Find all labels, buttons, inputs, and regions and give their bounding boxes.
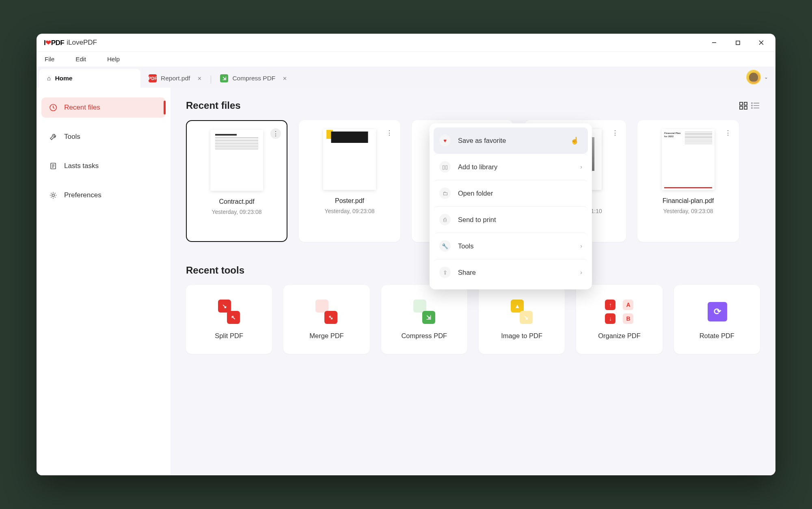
- svg-rect-10: [744, 106, 747, 109]
- sidebar-item-tools[interactable]: Tools: [41, 127, 166, 147]
- tool-rotate-pdf[interactable]: ⟳ Rotate PDF: [674, 285, 760, 354]
- titlebar: I❤PDF iLovePDF: [37, 34, 775, 52]
- svg-rect-1: [736, 41, 740, 45]
- print-icon: ⎙: [439, 214, 451, 225]
- split-icon: ↘↖: [215, 300, 243, 324]
- tab-label: Home: [55, 75, 72, 82]
- ctx-share[interactable]: ⇪ Share ›: [434, 259, 588, 285]
- chevron-down-icon: ⌄: [764, 74, 768, 80]
- merge-icon: ⤡: [312, 300, 341, 324]
- ctx-label: Save as favorite: [458, 137, 506, 145]
- svg-rect-9: [740, 106, 743, 109]
- tool-label: Image to PDF: [501, 332, 542, 340]
- account-menu[interactable]: ⌄: [746, 70, 768, 84]
- sidebar-item-preferences[interactable]: Preferences: [41, 185, 166, 205]
- tool-compress-pdf[interactable]: ⇲ Compress PDF: [381, 285, 467, 354]
- window-controls: [702, 34, 773, 52]
- gear-icon: [49, 191, 58, 200]
- cursor-icon: ☝: [570, 136, 579, 145]
- close-button[interactable]: [749, 34, 773, 52]
- compress-tool-icon: ⇲: [410, 300, 438, 324]
- file-name: Financial-plan.pdf: [663, 197, 714, 205]
- tab-report[interactable]: PDF Report.pdf ✕: [140, 69, 210, 88]
- tool-merge-pdf[interactable]: ⤡ Merge PDF: [283, 285, 369, 354]
- sidebar-item-label: Lasts tasks: [64, 162, 99, 170]
- tool-label: Compress PDF: [401, 332, 447, 340]
- file-date: Yesterday, 09:23:08: [212, 209, 262, 215]
- file-name: Contract.pdf: [219, 198, 254, 205]
- file-thumbnail: [323, 129, 376, 190]
- sidebar-item-label: Recent files: [64, 104, 100, 112]
- file-card[interactable]: ⋮ Poster.pdf Yesterday, 09:23:08: [299, 120, 400, 242]
- ctx-save-favorite[interactable]: ♥ Save as favorite ☝: [434, 127, 588, 153]
- file-more-button[interactable]: ⋮: [384, 127, 395, 138]
- tool-image-to-pdf[interactable]: ▲↘ Image to PDF: [479, 285, 565, 354]
- menu-edit[interactable]: Edit: [76, 56, 86, 63]
- clock-icon: [49, 103, 58, 112]
- file-more-button[interactable]: ⋮: [610, 127, 620, 138]
- tool-label: Organize PDF: [598, 332, 641, 340]
- sidebar-item-recent-files[interactable]: Recent files: [41, 97, 166, 118]
- ctx-add-library[interactable]: ▯▯ Add to library ›: [434, 153, 588, 180]
- file-card[interactable]: ⋮ Contract.pdf Yesterday, 09:23:08: [186, 120, 287, 242]
- svg-point-6: [52, 194, 54, 196]
- menu-help[interactable]: Help: [107, 56, 120, 63]
- file-more-button[interactable]: ⋮: [270, 128, 281, 139]
- tool-organize-pdf[interactable]: ↑A↓B Organize PDF: [576, 285, 662, 354]
- task-icon: [49, 162, 58, 170]
- ctx-tools[interactable]: 🔧 Tools ›: [434, 233, 588, 259]
- list-view-button[interactable]: [751, 101, 760, 110]
- tab-separator: [211, 75, 211, 84]
- svg-rect-7: [740, 102, 743, 105]
- sidebar-item-lasts-tasks[interactable]: Lasts tasks: [41, 156, 166, 176]
- recent-tools-grid: ↘↖ Split PDF ⤡ Merge PDF ⇲ Compress PDF …: [186, 285, 760, 354]
- svg-rect-8: [744, 102, 747, 105]
- view-toggle: [739, 101, 760, 110]
- sidebar-item-label: Tools: [64, 133, 80, 141]
- ctx-label: Add to library: [458, 163, 497, 171]
- tab-close-button[interactable]: ✕: [197, 75, 202, 82]
- file-thumbnail: [210, 130, 263, 191]
- tab-close-button[interactable]: ✕: [283, 75, 287, 82]
- app-name: iLovePDF: [67, 39, 97, 47]
- app-window: I❤PDF iLovePDF File Edit Help ⌂ Home PDF…: [37, 34, 775, 475]
- tab-home[interactable]: ⌂ Home: [39, 69, 140, 88]
- organize-icon: ↑A↓B: [605, 300, 633, 324]
- tab-compress[interactable]: ⇲ Compress PDF ✕: [212, 69, 295, 88]
- maximize-button[interactable]: [726, 34, 749, 52]
- sidebar: Recent files Tools Lasts tasks Preferenc…: [37, 88, 171, 475]
- compress-icon: ⇲: [220, 74, 228, 82]
- minimize-button[interactable]: [702, 34, 726, 52]
- section-title-recent-files: Recent files: [186, 100, 241, 111]
- tool-label: Rotate PDF: [700, 332, 734, 340]
- heart-icon: ♥: [439, 135, 451, 146]
- ctx-send-print[interactable]: ⎙ Send to print: [434, 206, 588, 233]
- sidebar-item-label: Preferences: [64, 191, 102, 199]
- ctx-label: Send to print: [458, 216, 496, 224]
- ctx-open-folder[interactable]: 🗀 Open folder: [434, 180, 588, 206]
- file-card[interactable]: ⋮ Financial Plan for 2022 Financial-plan…: [637, 120, 739, 242]
- tool-split-pdf[interactable]: ↘↖ Split PDF: [186, 285, 272, 354]
- tabbar: ⌂ Home PDF Report.pdf ✕ ⇲ Compress PDF ✕…: [37, 67, 775, 88]
- svg-point-16: [752, 108, 752, 108]
- wrench-icon: 🔧: [439, 240, 451, 252]
- folder-icon: 🗀: [439, 188, 451, 199]
- svg-point-14: [752, 103, 752, 104]
- chevron-right-icon: ›: [580, 269, 582, 276]
- pdf-icon: PDF: [149, 74, 157, 82]
- menu-file[interactable]: File: [45, 56, 54, 63]
- svg-point-15: [752, 105, 752, 106]
- file-name: Poster.pdf: [335, 197, 364, 205]
- ctx-label: Tools: [458, 242, 474, 250]
- file-date: Yesterday, 09:23:08: [663, 208, 713, 214]
- tool-label: Merge PDF: [309, 332, 343, 340]
- rotate-icon: ⟳: [703, 300, 731, 324]
- share-icon: ⇪: [439, 267, 451, 278]
- ctx-label: Open folder: [458, 190, 493, 197]
- chevron-right-icon: ›: [580, 164, 582, 170]
- tab-label: Compress PDF: [232, 75, 275, 82]
- file-thumbnail: Financial Plan for 2022: [662, 129, 715, 190]
- file-more-button[interactable]: ⋮: [723, 127, 733, 138]
- grid-view-button[interactable]: [739, 101, 748, 110]
- body: Recent files Tools Lasts tasks Preferenc…: [37, 88, 775, 475]
